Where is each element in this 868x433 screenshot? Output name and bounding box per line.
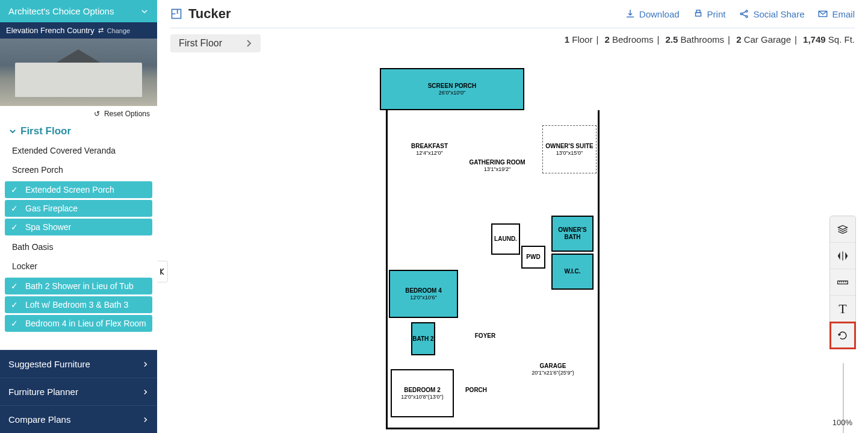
room-bedroom-4: BEDROOM 412'0"x10'6" — [389, 270, 458, 318]
sidebar: Architect's Choice Options Elevation Fre… — [0, 0, 157, 433]
room-porch: PORCH — [458, 369, 494, 411]
nav-item[interactable]: Furniture Planner — [0, 378, 157, 405]
zoom-label: 100% — [832, 418, 852, 427]
email-button[interactable]: Email — [817, 8, 855, 19]
floorplan-icon — [170, 8, 182, 20]
elevation-bar[interactable]: Elevation French Country ⇄ Change — [0, 22, 157, 39]
room-owners-suite: OWNER'S SUITE13'0"x15'0" — [542, 125, 597, 173]
ruler-icon — [837, 276, 849, 288]
svg-point-3 — [740, 13, 742, 15]
collapse-sidebar-button[interactable] — [157, 261, 168, 282]
option-label: Bath Oasis — [12, 242, 53, 252]
layers-icon — [837, 223, 849, 235]
print-label: Print — [707, 9, 726, 19]
room-wic: W.I.C. — [551, 254, 594, 290]
option-item[interactable]: ✓Bedroom 4 in Lieu of Flex Room — [5, 315, 152, 332]
option-label: Extended Screen Porch — [25, 185, 114, 195]
reset-options[interactable]: ↺ Reset Options — [0, 106, 157, 122]
actions: Download Print Social Share Email — [625, 8, 855, 19]
option-item[interactable]: Bath Oasis — [0, 237, 157, 257]
summary-row: First Floor 1 Floor| 2 Bedrooms| 2.5 Bat… — [157, 31, 868, 56]
nav-item[interactable]: Compare Plans — [0, 405, 157, 433]
email-icon — [817, 8, 828, 19]
option-item[interactable]: ✓Loft w/ Bedroom 3 & Bath 3 — [5, 296, 152, 313]
mirror-icon — [837, 250, 849, 262]
option-label: Loft w/ Bedroom 3 & Bath 3 — [25, 300, 128, 310]
chevron-right-icon — [143, 389, 149, 395]
text-tool[interactable]: T — [830, 296, 855, 322]
change-label: Change — [107, 27, 131, 34]
topbar: Tucker Download Print Social Share Email — [157, 0, 868, 25]
option-item[interactable]: ✓Spa Shower — [5, 219, 152, 235]
text-icon: T — [839, 301, 846, 317]
check-icon: ✓ — [11, 281, 19, 291]
reset-view-tool[interactable] — [830, 322, 855, 349]
check-icon: ✓ — [11, 222, 19, 232]
divider — [170, 28, 855, 28]
check-icon: ✓ — [11, 204, 19, 213]
measure-tool[interactable] — [830, 269, 855, 296]
floor-chip[interactable]: First Floor — [170, 34, 261, 52]
elevation-label: Elevation French Country — [6, 26, 95, 35]
option-item[interactable]: ✓Extended Screen Porch — [5, 181, 152, 198]
option-label: Gas Fireplace — [25, 204, 78, 213]
option-label: Bedroom 4 in Lieu of Flex Room — [25, 319, 146, 328]
option-label: Extended Covered Veranda — [12, 146, 116, 155]
print-button[interactable]: Print — [693, 8, 726, 19]
floor-chip-label: First Floor — [179, 38, 222, 49]
svg-rect-7 — [838, 281, 848, 284]
nav-label: Furniture Planner — [8, 387, 78, 397]
content: Tucker Download Print Social Share Email — [157, 0, 868, 433]
room-foyer: FOYER — [464, 321, 506, 351]
chevron-right-icon — [143, 361, 149, 367]
download-button[interactable]: Download — [625, 8, 680, 19]
option-item[interactable]: Extended Covered Veranda — [0, 141, 157, 160]
share-button[interactable]: Social Share — [739, 8, 804, 19]
floor-title: First Floor — [20, 125, 71, 137]
download-icon — [625, 8, 636, 19]
chevron-down-icon — [8, 127, 17, 136]
plan-name: Tucker — [170, 6, 231, 22]
nav-label: Suggested Furniture — [8, 359, 90, 369]
option-item[interactable]: Locker — [0, 257, 157, 276]
floorplan: SCREEN PORCH26'0"x10'0" BREAKFAST12'4"x1… — [386, 68, 609, 433]
plan-name-text: Tucker — [188, 6, 231, 22]
reset-label: Reset Options — [104, 110, 150, 118]
download-label: Download — [639, 9, 680, 19]
option-label: Screen Porch — [12, 165, 63, 175]
layers-tool[interactable] — [830, 216, 855, 243]
room-breakfast: BREAKFAST12'4"x12'0" — [398, 119, 461, 179]
chevron-right-icon — [246, 39, 252, 48]
check-icon: ✓ — [11, 319, 19, 328]
svg-rect-2 — [696, 10, 700, 13]
option-label: Locker — [12, 261, 37, 271]
floor-accordion[interactable]: First Floor — [0, 122, 157, 141]
option-item[interactable]: Screen Porch — [0, 160, 157, 179]
floorplan-canvas[interactable]: SCREEN PORCH26'0"x10'0" BREAKFAST12'4"x1… — [157, 56, 868, 433]
nav-item[interactable]: Suggested Furniture — [0, 350, 157, 378]
room-screen-porch: SCREEN PORCH26'0"x10'0" — [380, 68, 524, 110]
nav-label: Compare Plans — [8, 414, 70, 425]
mirror-tool[interactable] — [830, 243, 855, 269]
room-garage: GARAGE20'1"x21'6"(25'9") — [509, 327, 597, 411]
room-powder: PWD — [521, 246, 545, 269]
room-owners-bath: OWNER'S BATH — [551, 216, 594, 252]
chevron-right-icon — [143, 417, 149, 423]
share-icon — [739, 8, 749, 19]
check-icon: ✓ — [11, 300, 19, 310]
room-laundry: LAUND. — [491, 223, 520, 255]
option-item[interactable]: ✓Bath 2 Shower in Lieu of Tub — [5, 278, 152, 294]
room-bath-2: BATH 2 — [411, 322, 435, 355]
options-header[interactable]: Architect's Choice Options — [0, 0, 157, 22]
print-icon — [693, 8, 704, 19]
swap-icon: ⇄ — [98, 26, 104, 34]
undo-icon: ↺ — [94, 110, 100, 118]
option-label: Spa Shower — [25, 222, 71, 232]
chevron-left-icon — [160, 267, 166, 276]
option-item[interactable]: ✓Gas Fireplace — [5, 200, 152, 217]
chevron-down-icon — [140, 7, 149, 16]
elevation-thumbnail — [0, 39, 157, 106]
svg-rect-1 — [695, 13, 701, 16]
share-label: Social Share — [753, 9, 804, 19]
option-label: Bath 2 Shower in Lieu of Tub — [25, 281, 134, 291]
